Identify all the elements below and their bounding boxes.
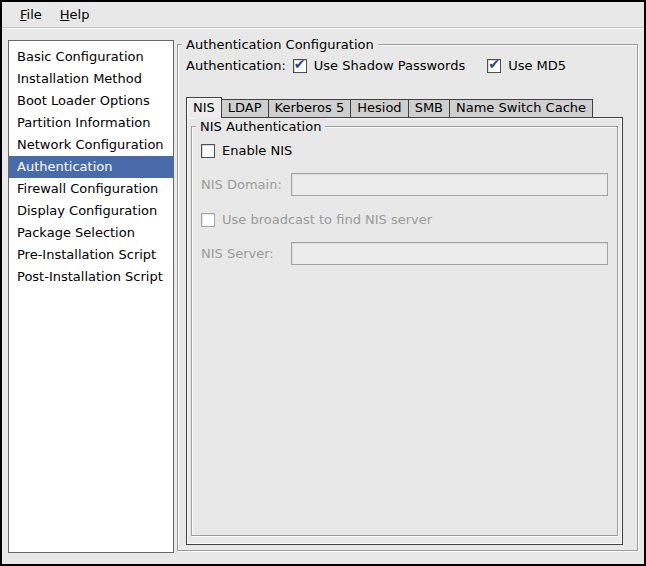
- sidebar-item-network-configuration[interactable]: Network Configuration: [9, 134, 173, 156]
- authentication-label: Authentication:: [186, 58, 286, 73]
- nis-domain-row: NIS Domain:: [201, 173, 608, 196]
- broadcast-label: Use broadcast to find NIS server: [222, 212, 432, 227]
- kickstart-configurator-window: File Help Basic ConfigurationInstallatio…: [0, 0, 646, 566]
- auth-options-row: Authentication: Use Shadow Passwords Use…: [186, 58, 566, 73]
- shadow-passwords-checkbox[interactable]: [293, 59, 307, 73]
- shadow-passwords-label: Use Shadow Passwords: [314, 58, 465, 73]
- enable-nis-label: Enable NIS: [222, 143, 292, 158]
- menu-help[interactable]: Help: [51, 5, 99, 24]
- nis-server-row: NIS Server:: [201, 242, 608, 265]
- auth-methods-notebook: NISLDAPKerberos 5HesiodSMBName Switch Ca…: [186, 96, 623, 545]
- nis-server-label: NIS Server:: [201, 246, 291, 261]
- shadow-passwords-option[interactable]: Use Shadow Passwords: [293, 58, 465, 73]
- nis-auth-frame: NIS Authentication Enable NIS NIS Domain…: [191, 126, 618, 536]
- sidebar-item-authentication[interactable]: Authentication: [9, 156, 173, 178]
- tab-bar: NISLDAPKerberos 5HesiodSMBName Switch Ca…: [186, 96, 623, 117]
- use-md5-label: Use MD5: [508, 58, 566, 73]
- sidebar-item-package-selection[interactable]: Package Selection: [9, 222, 173, 244]
- enable-nis-option[interactable]: Enable NIS: [201, 143, 617, 158]
- sidebar-item-basic-configuration[interactable]: Basic Configuration: [9, 46, 173, 68]
- nis-tab-panel: NIS Authentication Enable NIS NIS Domain…: [186, 117, 623, 545]
- tab-hesiod[interactable]: Hesiod: [350, 99, 408, 117]
- tab-ldap[interactable]: LDAP: [221, 99, 269, 117]
- nis-auth-frame-title: NIS Authentication: [196, 118, 325, 135]
- broadcast-checkbox: [201, 213, 215, 227]
- nis-server-input: [291, 242, 608, 265]
- menu-bar: File Help: [2, 2, 644, 28]
- sidebar-item-boot-loader-options[interactable]: Boot Loader Options: [9, 90, 173, 112]
- use-md5-option[interactable]: Use MD5: [487, 58, 566, 73]
- sidebar-item-display-configuration[interactable]: Display Configuration: [9, 200, 173, 222]
- tab-nis[interactable]: NIS: [186, 97, 222, 118]
- broadcast-option: Use broadcast to find NIS server: [201, 212, 617, 227]
- sidebar-item-pre-installation-script[interactable]: Pre-Installation Script: [9, 244, 173, 266]
- auth-config-frame: Authentication Configuration Authenticat…: [177, 44, 638, 551]
- nis-domain-label: NIS Domain:: [201, 177, 291, 192]
- auth-config-frame-title: Authentication Configuration: [182, 36, 378, 53]
- sidebar-item-firewall-configuration[interactable]: Firewall Configuration: [9, 178, 173, 200]
- use-md5-checkbox[interactable]: [487, 59, 501, 73]
- nis-domain-input: [291, 173, 608, 196]
- tab-kerberos-5[interactable]: Kerberos 5: [268, 99, 352, 117]
- enable-nis-checkbox[interactable]: [201, 144, 215, 158]
- menu-file[interactable]: File: [11, 5, 51, 24]
- tab-smb[interactable]: SMB: [408, 99, 450, 117]
- tab-name-switch-cache[interactable]: Name Switch Cache: [449, 99, 593, 117]
- sidebar-item-post-installation-script[interactable]: Post-Installation Script: [9, 266, 173, 288]
- sidebar-item-installation-method[interactable]: Installation Method: [9, 68, 173, 90]
- sidebar-item-partition-information[interactable]: Partition Information: [9, 112, 173, 134]
- sidebar-nav: Basic ConfigurationInstallation MethodBo…: [8, 40, 174, 553]
